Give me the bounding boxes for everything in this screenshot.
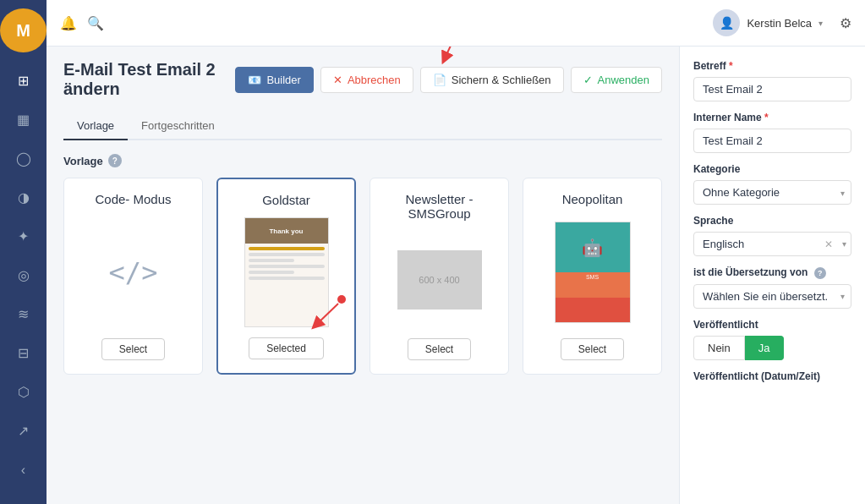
svg-line-1 <box>445 47 462 58</box>
betreff-input[interactable] <box>693 77 851 101</box>
template-preview: Thank you <box>232 217 341 327</box>
selected-button-goldstar[interactable]: Selected <box>249 337 324 359</box>
right-sidebar: Betreff * Interner Name * Kategorie Ohne… <box>679 47 865 504</box>
kategorie-select[interactable]: Ohne Kategorie <box>693 180 851 205</box>
topnav: 🔔 🔍 👤 Kerstin Belca ▾ ⚙ <box>47 0 865 47</box>
interner-name-input[interactable] <box>693 129 851 153</box>
template-preview: 600 x 400 <box>384 231 495 328</box>
veroffentlicht-datum-label: Veröffentlicht (Datum/Zeit) <box>693 370 851 382</box>
section-label: Vorlage ? <box>63 154 662 167</box>
user-menu[interactable]: 👤 Kerstin Belca ▾ <box>713 9 823 36</box>
ubersetzung-label: ist die Übersetzung von ? <box>693 266 851 279</box>
template-grid: Code- Modus </> Select Goldstar Thank yo… <box>63 178 662 375</box>
betreff-label: Betreff * <box>693 60 851 72</box>
template-title: Neopolitan <box>562 192 623 206</box>
template-title: Code- Modus <box>95 192 171 206</box>
template-card-neopolitan[interactable]: Neopolitan 🤖 SMS Select <box>523 178 662 375</box>
page-header: E-Mail Test Email 2 ändern 📧 <box>63 60 662 99</box>
bell-icon[interactable]: 🔔 <box>60 15 77 31</box>
app-logo[interactable]: M <box>0 8 47 52</box>
sidebar-icon-clock[interactable]: ◎ <box>7 259 41 291</box>
veroffentlicht-label: Veröffentlicht <box>693 319 851 331</box>
kategorie-label: Kategorie <box>693 163 851 175</box>
page-content: E-Mail Test Email 2 ändern 📧 <box>47 47 679 504</box>
sidebar-icon-table[interactable]: ⊟ <box>7 337 41 369</box>
tabs: Vorlage Fortgeschritten <box>63 112 662 140</box>
avatar: 👤 <box>713 9 740 36</box>
neopolitan-preview: 🤖 SMS <box>555 222 631 323</box>
toggle-group: Nein Ja <box>693 336 851 360</box>
toggle-ja-button[interactable]: Ja <box>745 336 785 360</box>
apply-icon: ✓ <box>583 74 593 86</box>
template-card-goldstar[interactable]: Goldstar Thank you <box>216 178 356 375</box>
template-title: Newsletter - SMSGroup <box>384 192 495 221</box>
tab-fortgeschritten[interactable]: Fortgeschritten <box>128 112 228 140</box>
save-icon: 📄 <box>433 74 446 86</box>
sidebar-icon-user[interactable]: ◯ <box>7 142 41 174</box>
search-icon[interactable]: 🔍 <box>87 15 104 31</box>
content-wrapper: E-Mail Test Email 2 ändern 📧 <box>47 47 865 504</box>
sidebar-icon-grid[interactable]: ⊞ <box>7 64 41 96</box>
sidebar-collapse-icon[interactable]: ‹ <box>7 453 41 487</box>
select-button-code-modus[interactable]: Select <box>101 338 165 360</box>
kategorie-select-wrapper: Ohne Kategorie ▾ <box>693 180 851 205</box>
template-card-code-modus[interactable]: Code- Modus </> Select <box>63 178 203 375</box>
sidebar-icon-puzzle[interactable]: ✦ <box>7 220 41 252</box>
template-preview: </> <box>78 216 189 328</box>
lang-arrow-icon: ▾ <box>842 239 846 249</box>
sidebar-icon-calendar[interactable]: ▦ <box>7 103 41 135</box>
username-label: Kerstin Belca <box>747 17 812 30</box>
template-preview: 🤖 SMS <box>537 216 648 328</box>
builder-button[interactable]: 📧 Builder <box>235 67 313 93</box>
template-title: Goldstar <box>262 193 310 207</box>
cancel-button[interactable]: ✕ Abbrechen <box>320 67 413 93</box>
interner-name-label: Interner Name * <box>693 112 851 123</box>
select-button-newsletter[interactable]: Select <box>408 338 471 360</box>
goldstar-preview: Thank you <box>244 217 329 327</box>
save-button[interactable]: 📄 Sichern & Schließen <box>420 67 564 93</box>
page-title: E-Mail Test Email 2 ändern <box>63 60 225 99</box>
help-icon[interactable]: ? <box>108 154 122 167</box>
placeholder-image: 600 x 400 <box>397 250 482 310</box>
cancel-icon: ✕ <box>333 74 342 86</box>
builder-icon: 📧 <box>248 74 261 86</box>
sidebar-icon-chart[interactable]: ◑ <box>7 181 41 213</box>
lang-clear-icon[interactable]: ✕ <box>824 238 833 250</box>
sidebar-icon-feed[interactable]: ≋ <box>7 298 41 330</box>
toggle-nein-button[interactable]: Nein <box>693 336 745 360</box>
sidebar-icon-trend[interactable]: ↗ <box>7 414 41 446</box>
ubersetzung-select[interactable]: Wählen Sie ein übersetzt... <box>693 284 851 309</box>
sprache-label: Sprache <box>693 215 851 227</box>
tab-vorlage[interactable]: Vorlage <box>63 112 128 140</box>
header-actions: 📧 Builder ✕ Abbrechen 📄 Sichern & Schlie… <box>235 67 662 93</box>
apply-button[interactable]: ✓ Anwenden <box>571 67 662 93</box>
ubersetzung-select-wrapper: Wählen Sie ein übersetzt... ▾ <box>693 284 851 309</box>
sprache-select-wrapper: Englisch ✕ ▾ <box>693 232 851 256</box>
gear-icon[interactable]: ⚙ <box>840 15 851 31</box>
main-area: 🔔 🔍 👤 Kerstin Belca ▾ ⚙ E-Mail Test Emai… <box>47 0 865 504</box>
ubersetzung-help-icon[interactable]: ? <box>814 267 826 279</box>
sidebar: M ⊞ ▦ ◯ ◑ ✦ ◎ ≋ ⊟ ⬡ ↗ ‹ <box>0 0 47 504</box>
sidebar-icon-paint[interactable]: ⬡ <box>7 375 41 408</box>
template-card-newsletter[interactable]: Newsletter - SMSGroup 600 x 400 Select <box>370 178 509 375</box>
code-icon: </> <box>109 256 158 288</box>
select-button-neopolitan[interactable]: Select <box>561 338 624 360</box>
